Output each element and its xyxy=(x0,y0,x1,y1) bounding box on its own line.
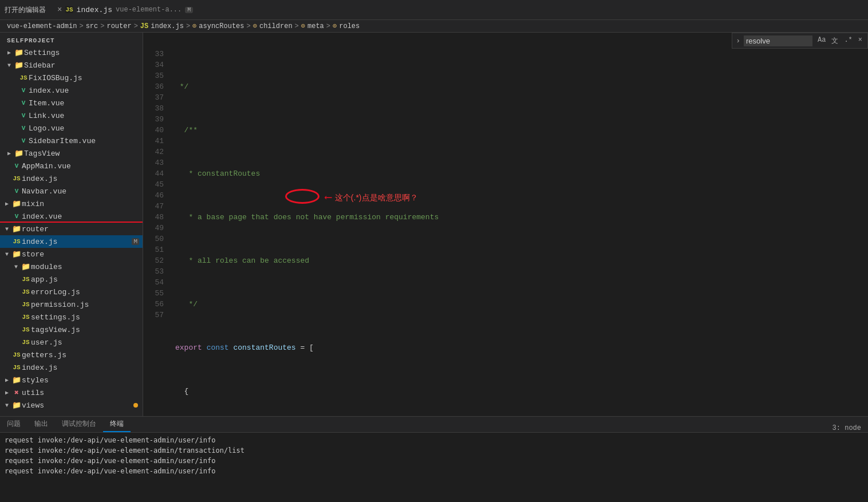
red-circle-annotation xyxy=(285,189,319,204)
sidebar-item-index-js-store[interactable]: JS index.js xyxy=(0,361,143,374)
sidebar-item-fixiosbug[interactable]: JS FixIOSBug.js xyxy=(0,72,143,84)
tab-js-icon: JS xyxy=(65,6,73,13)
sidebar-item-index-js[interactable]: JS index.js xyxy=(0,172,143,185)
linkvue-icon: V xyxy=(18,112,29,119)
sidebar-folder-label: Sidebar xyxy=(24,61,56,70)
sidebar-item-sidebaritem-vue[interactable]: V SidebarItem.vue xyxy=(0,135,143,147)
sidebar-item-utils[interactable]: ▶ ✖ utils xyxy=(0,386,143,399)
itemvue-icon: V xyxy=(18,100,29,106)
top-bar: 打开的编辑器 × JS index.js vue-element-a... M xyxy=(0,0,868,20)
breadcrumb-src: src xyxy=(86,22,98,30)
modules-label: modules xyxy=(31,263,62,271)
sidebar-item-styles[interactable]: ▶ 📁 styles xyxy=(0,374,143,386)
indexjs-icon: JS xyxy=(11,175,22,182)
modules-icon: 📁 xyxy=(21,262,31,271)
breadcrumb-sep-7: > xyxy=(326,22,330,30)
sidebaritemvue-label: SidebarItem.vue xyxy=(29,137,96,145)
panel-content[interactable]: request invoke:/dev-api/vue-element-admi… xyxy=(0,433,868,502)
sidebar-item-link-vue[interactable]: V Link.vue xyxy=(0,109,143,122)
linkvue-label: Link.vue xyxy=(29,112,64,120)
views-dot xyxy=(133,403,138,408)
sidebar-item-tagsview[interactable]: ▶ 📁 TagsView xyxy=(0,147,143,160)
sidebar-item-settings[interactable]: ▶ 📁 Settings xyxy=(0,46,143,59)
sidebar-item-router[interactable]: ▼ 📁 router xyxy=(0,223,143,235)
settingsjs-icon: JS xyxy=(21,314,31,321)
tab-path: vue-element-a... xyxy=(116,6,182,14)
sidebar-item-index-js-router[interactable]: JS index.js M xyxy=(0,235,143,248)
permissionjs-label: permission.js xyxy=(31,301,89,309)
panel-tab-output[interactable]: 输出 xyxy=(27,416,55,432)
terminal-line-3: request invoke:/dev-api/vue-element-admi… xyxy=(5,456,863,466)
search-star-button[interactable]: .* xyxy=(842,35,854,46)
views-arrow: ▼ xyxy=(2,402,11,409)
breadcrumb-children-icon: ⊙ xyxy=(253,22,257,30)
main-area: SELFPROJECT ▶ 📁 Settings ▼ 📁 Sidebar JS … xyxy=(0,33,868,416)
breadcrumb-async-icon: ⊙ xyxy=(192,22,196,30)
tab-filename[interactable]: index.js xyxy=(77,6,112,14)
mixin-label: mixin xyxy=(22,200,44,208)
sidebar-item-app-js[interactable]: JS app.js xyxy=(0,273,143,286)
utils-icon: ✖ xyxy=(11,388,22,397)
sidebar-item-user-js[interactable]: JS user.js xyxy=(0,336,143,349)
search-input[interactable] xyxy=(744,35,812,46)
settingsjs-label: settings.js xyxy=(31,313,80,322)
store-arrow: ▼ xyxy=(2,251,11,258)
permissionjs-icon: JS xyxy=(21,301,31,308)
sidebar-item-getters-js[interactable]: JS getters.js xyxy=(0,349,143,361)
breadcrumb-roles: roles xyxy=(339,22,360,30)
tab-m-badge: M xyxy=(185,7,193,13)
sidebar-item-sidebar-folder[interactable]: ▼ 📁 Sidebar xyxy=(0,59,143,72)
sidebar-item-store[interactable]: ▼ 📁 store xyxy=(0,248,143,260)
breadcrumb-asyncroutes: asyncRoutes xyxy=(199,22,244,30)
gettersjs-icon: JS xyxy=(11,351,22,358)
breadcrumb-children: children xyxy=(259,22,293,30)
sidebar-item-mixin[interactable]: ▶ 📁 mixin xyxy=(0,197,143,210)
storeindexjs-label: index.js xyxy=(22,363,57,372)
appjs-icon: JS xyxy=(21,276,31,283)
search-close-button[interactable]: × xyxy=(857,35,864,46)
sidebar-item-views[interactable]: ▼ 📁 views xyxy=(0,399,143,412)
breadcrumb-roles-icon: ⊙ xyxy=(333,22,337,30)
sidebar-item-navbar-vue[interactable]: V Navbar.vue xyxy=(0,185,143,197)
sidebar-item-appmain[interactable]: V AppMain.vue xyxy=(0,160,143,172)
indexvue2-icon: V xyxy=(11,213,22,220)
breadcrumb-meta: meta xyxy=(307,22,324,30)
panel-tab-problems[interactable]: 问题 xyxy=(0,416,27,432)
search-chevron-icon[interactable]: › xyxy=(736,37,740,45)
styles-arrow: ▶ xyxy=(2,377,11,384)
annotation-text: 这个(.*)点是啥意思啊？ xyxy=(335,192,418,203)
sidebar: SELFPROJECT ▶ 📁 Settings ▼ 📁 Sidebar JS … xyxy=(0,33,143,416)
fixiosbug-label: FixIOSBug.js xyxy=(29,74,82,82)
logovue-icon: V xyxy=(18,125,29,132)
sidebar-item-item-vue[interactable]: V Item.vue xyxy=(0,97,143,109)
routerindexjs-icon: JS xyxy=(11,238,22,245)
terminal-line-2: request invoke:/dev-api/vue-element-admi… xyxy=(5,445,863,456)
sidebar-item-tagsview-js[interactable]: JS tagsView.js xyxy=(0,323,143,336)
router-label: router xyxy=(22,225,49,234)
sidebar-item-permission-js[interactable]: JS permission.js xyxy=(0,298,143,311)
search-ab-button[interactable]: 文 xyxy=(830,35,840,46)
tab-close-icon[interactable]: × xyxy=(57,5,62,14)
panel-tab-terminal[interactable]: 终端 xyxy=(103,416,131,432)
store-icon: 📁 xyxy=(11,250,22,259)
breadcrumb-indexjs: index.js xyxy=(151,22,184,30)
sidebar-item-settings-js[interactable]: JS settings.js xyxy=(0,311,143,323)
modules-arrow: ▼ xyxy=(11,264,21,270)
sidebar-item-modules[interactable]: ▼ 📁 modules xyxy=(0,260,143,273)
navbarvue-icon: V xyxy=(11,188,22,195)
line-numbers: 33 34 35 36 37 38 39 40 41 42 43 44 45 4… xyxy=(143,49,171,416)
sidebar-folder-icon: 📁 xyxy=(14,61,24,70)
breadcrumb-sep-1: > xyxy=(79,22,83,30)
sidebar-item-errorlog-js[interactable]: JS errorLog.js xyxy=(0,286,143,298)
settings-arrow: ▶ xyxy=(5,49,14,56)
breadcrumb-sep-6: > xyxy=(295,22,299,30)
sidebar-item-index-vue2[interactable]: V index.vue xyxy=(0,210,143,223)
breadcrumb-sep-3: > xyxy=(134,22,138,30)
logovue-label: Logo.vue xyxy=(29,124,64,133)
sidebar-item-index-vue1[interactable]: V index.vue xyxy=(0,84,143,97)
panel-tab-debug[interactable]: 调试控制台 xyxy=(55,416,103,432)
editor-content[interactable]: 33 34 35 36 37 38 39 40 41 42 43 44 45 4… xyxy=(143,49,868,416)
sidebar-item-logo-vue[interactable]: V Logo.vue xyxy=(0,122,143,135)
search-aa-button[interactable]: Aa xyxy=(816,35,827,46)
router-icon: 📁 xyxy=(11,224,22,234)
